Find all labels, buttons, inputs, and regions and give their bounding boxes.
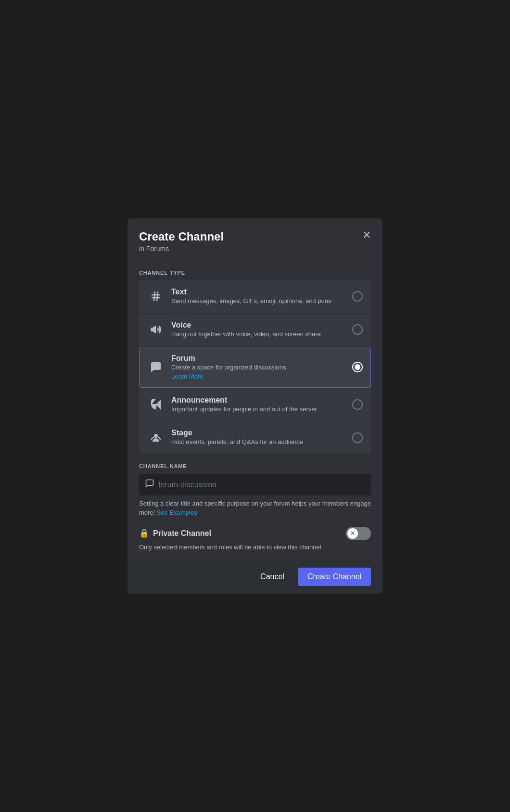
channel-name-label: CHANNEL NAME (139, 463, 371, 469)
forum-radio[interactable] (352, 362, 363, 372)
voice-radio[interactable] (352, 324, 363, 335)
channel-name-input[interactable] (158, 481, 365, 489)
forum-option-content: Forum Create a space for organized discu… (171, 354, 348, 381)
stage-option-desc: Host events, panels, and Q&As for an aud… (171, 438, 348, 446)
modal-subtitle: in Forums (139, 245, 371, 253)
voice-option-name: Voice (171, 321, 348, 330)
learn-more-link[interactable]: Learn More (171, 373, 203, 380)
channel-option-stage[interactable]: Stage Host events, panels, and Q&As for … (139, 421, 371, 454)
svg-line-3 (157, 292, 158, 301)
announcement-radio[interactable] (352, 399, 363, 410)
channel-name-section: CHANNEL NAME Setting a clear title and s… (139, 463, 371, 517)
lock-icon: 🔒 (139, 528, 149, 538)
svg-line-2 (154, 292, 155, 301)
private-channel-label: 🔒 Private Channel (139, 528, 211, 538)
private-channel-label-text: Private Channel (153, 529, 211, 538)
toggle-knob: ✕ (347, 528, 358, 539)
stage-option-name: Stage (171, 429, 348, 437)
create-channel-modal: Create Channel in Forums ✕ CHANNEL TYPE … (128, 218, 382, 594)
stage-radio[interactable] (352, 432, 363, 443)
hash-icon (147, 288, 165, 305)
create-channel-button[interactable]: Create Channel (298, 568, 371, 586)
private-channel-toggle[interactable]: ✕ (346, 527, 371, 540)
forum-icon (147, 358, 165, 376)
announcement-icon (147, 396, 165, 413)
channel-name-icon (145, 479, 154, 491)
announcement-option-name: Announcement (171, 396, 348, 405)
modal-header: Create Channel in Forums ✕ (128, 218, 382, 258)
channel-type-label: CHANNEL TYPE (139, 270, 371, 276)
close-button[interactable]: ✕ (360, 228, 373, 242)
svg-point-7 (154, 434, 157, 437)
text-option-content: Text Send messages, images, GIFs, emoji,… (171, 288, 348, 305)
text-radio[interactable] (352, 291, 363, 302)
channel-name-input-wrap (139, 474, 371, 495)
forum-option-name: Forum (171, 354, 348, 363)
see-examples-link[interactable]: See Examples (157, 509, 197, 516)
stage-option-content: Stage Host events, panels, and Q&As for … (171, 429, 348, 446)
channel-option-voice[interactable]: Voice Hang out together with voice, vide… (139, 314, 371, 346)
channel-name-hint: Setting a clear title and specific purpo… (139, 499, 371, 517)
private-channel-desc: Only selected members and roles will be … (139, 543, 371, 552)
private-channel-row: 🔒 Private Channel ✕ (139, 527, 371, 540)
voice-option-desc: Hang out together with voice, video, and… (171, 330, 348, 339)
modal-title: Create Channel (139, 230, 371, 244)
forum-option-desc: Create a space for organized discussions (171, 364, 348, 372)
channel-option-announcement[interactable]: Announcement Important updates for peopl… (139, 389, 371, 421)
channel-option-forum[interactable]: Forum Create a space for organized discu… (139, 347, 371, 388)
cancel-button[interactable]: Cancel (253, 568, 292, 586)
text-option-desc: Send messages, images, GIFs, emoji, opin… (171, 297, 348, 305)
announcement-option-desc: Important updates for people in and out … (171, 406, 348, 414)
stage-icon (147, 429, 165, 446)
svg-marker-4 (151, 326, 155, 333)
voice-option-content: Voice Hang out together with voice, vide… (171, 321, 348, 339)
private-channel-section: 🔒 Private Channel ✕ Only selected member… (139, 527, 371, 559)
announcement-option-content: Announcement Important updates for peopl… (171, 396, 348, 414)
channel-option-text[interactable]: Text Send messages, images, GIFs, emoji,… (139, 280, 371, 313)
modal-body: CHANNEL TYPE Text Send messages, images,… (128, 258, 382, 559)
speaker-icon (147, 321, 165, 338)
modal-footer: Cancel Create Channel (128, 559, 382, 594)
channel-type-list: Text Send messages, images, GIFs, emoji,… (139, 280, 371, 454)
text-option-name: Text (171, 288, 348, 296)
